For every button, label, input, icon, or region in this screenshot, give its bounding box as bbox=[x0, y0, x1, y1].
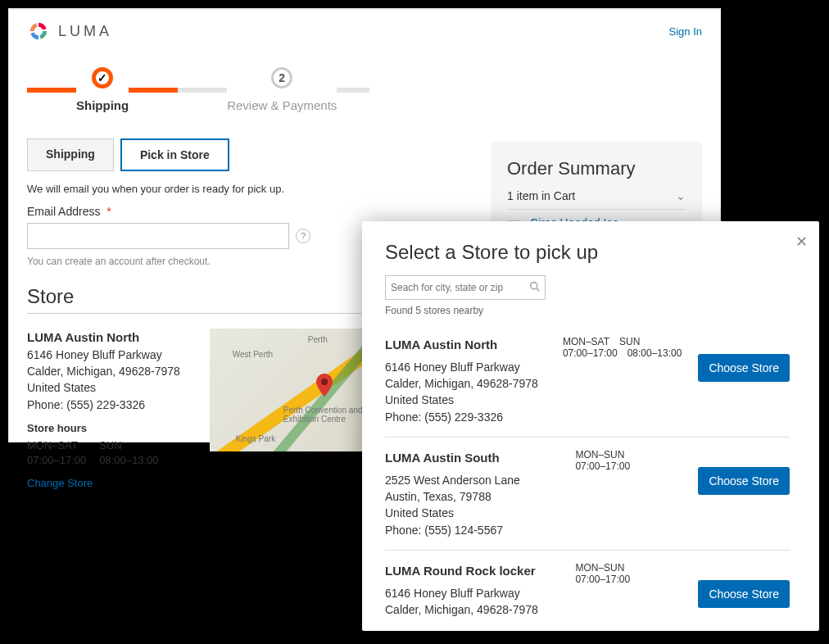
store-picker-modal: ✕ Select a Store to pick up Found 5 stor… bbox=[362, 221, 819, 631]
tab-pick-in-store[interactable]: Pick in Store bbox=[120, 138, 229, 171]
brand-logo[interactable]: LUMA bbox=[27, 20, 112, 43]
hours-val-1: 07:00–17:00 bbox=[575, 574, 630, 585]
store-list[interactable]: LUMA Austin North 6146 Honey Bluff Parkw… bbox=[385, 324, 796, 619]
map-label-perth: Perth bbox=[308, 335, 328, 344]
help-icon[interactable]: ? bbox=[296, 229, 310, 243]
store-name: LUMA Austin North bbox=[385, 336, 546, 354]
store-city: Calder, Michigan, 49628-7978 bbox=[385, 375, 546, 392]
store-item: LUMA Round Rock locker 6146 Honey Bluff … bbox=[385, 551, 790, 619]
hours-monsat-label: MON–SAT bbox=[27, 438, 86, 453]
page-header: LUMA Sign In bbox=[9, 9, 720, 51]
required-asterisk: * bbox=[106, 205, 111, 218]
close-icon[interactable]: ✕ bbox=[795, 233, 808, 251]
step-shipping-label: Shipping bbox=[76, 98, 129, 112]
change-store-link[interactable]: Change Store bbox=[27, 476, 93, 492]
hours-days-1: MON–SAT bbox=[563, 336, 609, 347]
choose-store-button[interactable]: Choose Store bbox=[698, 354, 790, 382]
map-label-conv: Perth Convention and Exhibition Centre bbox=[283, 406, 374, 424]
store-country: United States bbox=[385, 505, 559, 521]
checkout-progress: ✓ Shipping 2 Review & Payments bbox=[9, 51, 720, 120]
store-street: 6146 Honey Bluff Parkway bbox=[27, 347, 180, 363]
delivery-tabs: Shipping Pick in Store bbox=[27, 138, 466, 171]
hours-val-1: 07:00–17:00 bbox=[563, 347, 618, 359]
store-country: United States bbox=[27, 379, 180, 396]
store-city: Austin, Texas, 79788 bbox=[385, 488, 559, 505]
store-phone: Phone: (555) 124-5567 bbox=[385, 522, 559, 538]
progress-line-inactive bbox=[337, 88, 369, 93]
progress-line-inactive bbox=[178, 88, 227, 93]
store-item: LUMA Austin North 6146 Honey Bluff Parkw… bbox=[385, 324, 790, 438]
store-phone: Phone: (555) 229-3326 bbox=[385, 409, 546, 425]
brand-name: LUMA bbox=[58, 23, 112, 40]
choose-store-button[interactable]: Choose Store bbox=[698, 580, 790, 608]
check-icon: ✓ bbox=[97, 71, 107, 84]
pickup-notice: We will email you when your order is rea… bbox=[27, 183, 466, 195]
hours-sun-val: 08:00–13:00 bbox=[99, 453, 158, 468]
store-name: LUMA Austin South bbox=[385, 449, 559, 467]
hours-days-2: SUN bbox=[619, 336, 640, 347]
svg-line-6 bbox=[537, 288, 539, 291]
selected-store-details: LUMA Austin North 6146 Honey Bluff Parkw… bbox=[27, 329, 180, 492]
modal-title: Select a Store to pick up bbox=[385, 241, 796, 264]
choose-store-button[interactable]: Choose Store bbox=[698, 467, 790, 495]
order-summary: Order Summary 1 item in Cart ⌄ Circe Hoo… bbox=[491, 142, 702, 224]
store-search-input[interactable] bbox=[386, 276, 525, 299]
hours-val-2: 08:00–13:00 bbox=[627, 347, 682, 359]
hours-days-1: MON–SUN bbox=[575, 449, 624, 460]
svg-point-4 bbox=[321, 379, 328, 385]
luma-logo-icon bbox=[27, 20, 50, 43]
store-name: LUMA Round Rock locker bbox=[385, 562, 559, 580]
order-summary-title: Order Summary bbox=[507, 158, 686, 179]
email-label: Email Address * bbox=[27, 205, 466, 218]
cart-count-label: 1 item in Cart bbox=[507, 189, 575, 202]
svg-point-5 bbox=[531, 283, 537, 289]
step-review-circle: 2 bbox=[271, 67, 292, 88]
map-label-west: West Perth bbox=[233, 350, 273, 359]
hours-days-1: MON–SUN bbox=[575, 562, 624, 574]
email-field[interactable] bbox=[27, 223, 289, 249]
store-city: Calder, Michigan, 49628-7978 bbox=[27, 363, 180, 379]
hours-val-1: 07:00–17:00 bbox=[575, 460, 630, 472]
map-label-kings: Kings Park bbox=[236, 434, 275, 443]
store-country: United States bbox=[385, 392, 546, 408]
store-street: 2525 West Anderson Lane bbox=[385, 472, 559, 488]
hours-sun-label: SUN bbox=[99, 438, 158, 453]
step-shipping-circle: ✓ bbox=[92, 67, 113, 88]
order-summary-toggle[interactable]: 1 item in Cart ⌄ bbox=[507, 189, 686, 210]
progress-line bbox=[129, 88, 178, 93]
store-city: Calder, Michigan, 49628-7978 bbox=[385, 601, 559, 618]
store-item: LUMA Austin South 2525 West Anderson Lan… bbox=[385, 438, 790, 551]
hours-monsat-val: 07:00–17:00 bbox=[27, 453, 86, 468]
sign-in-link[interactable]: Sign In bbox=[669, 25, 702, 38]
step-review-label: Review & Payments bbox=[227, 98, 337, 112]
tab-shipping[interactable]: Shipping bbox=[27, 138, 114, 171]
store-search-wrapper bbox=[385, 275, 546, 300]
email-label-text: Email Address bbox=[27, 205, 100, 218]
store-hours-heading: Store hours bbox=[27, 421, 180, 437]
store-name: LUMA Austin North bbox=[27, 329, 180, 347]
store-street: 6146 Honey Bluff Parkway bbox=[385, 359, 546, 375]
map-pin-icon bbox=[316, 374, 333, 401]
store-country: United States bbox=[385, 618, 559, 619]
progress-line bbox=[27, 88, 76, 93]
found-stores-text: Found 5 stores nearby bbox=[385, 305, 796, 316]
store-street: 6146 Honey Bluff Parkway bbox=[385, 585, 559, 601]
chevron-down-icon: ⌄ bbox=[676, 189, 686, 202]
search-icon[interactable] bbox=[529, 281, 540, 294]
store-phone: Phone: (555) 229-3326 bbox=[27, 397, 180, 413]
